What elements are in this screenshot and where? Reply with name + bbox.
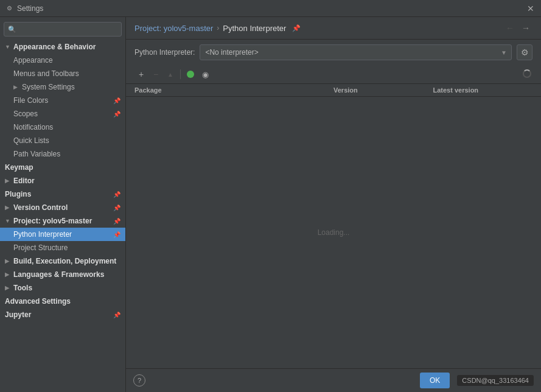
footer-actions: OK CSDN@qq_33163464 xyxy=(420,373,534,388)
sidebar-item-label: Python Interpreter xyxy=(13,230,72,239)
sidebar-item-file-colors[interactable]: File Colors 📌 xyxy=(0,94,125,107)
pin-icon: 📌 xyxy=(113,191,120,198)
sidebar-item-label: System Settings xyxy=(22,83,75,91)
remove-package-button[interactable]: − xyxy=(149,68,162,81)
pin-icon: 📌 xyxy=(113,312,120,318)
chevron-right-icon: ▶ xyxy=(13,84,19,90)
sidebar-item-label: Notifications xyxy=(13,123,53,131)
interpreter-row: Python Interpreter: <No interpreter> ▼ ⚙ xyxy=(126,40,541,65)
sidebar-item-label: Version Control xyxy=(13,203,68,212)
sidebar-item-menus-toolbars[interactable]: Menus and Toolbars xyxy=(0,67,125,80)
sidebar-item-project-structure[interactable]: Project Structure xyxy=(0,241,125,254)
packages-table-header: Package Version Latest version xyxy=(126,84,541,97)
sidebar-item-advanced-settings[interactable]: Advanced Settings xyxy=(0,295,125,308)
green-circle-icon xyxy=(187,71,194,78)
up-package-button[interactable]: ▲ xyxy=(164,68,177,81)
chevron-right-icon: ▶ xyxy=(5,271,11,278)
sidebar-item-appearance-behavior[interactable]: ▼ Appearance & Behavior xyxy=(0,40,125,54)
chevron-right-icon: ▶ xyxy=(5,258,11,264)
column-header-version: Version xyxy=(333,86,433,94)
sidebar-item-label: Languages & Frameworks xyxy=(13,270,104,279)
sidebar-item-label: Quick Lists xyxy=(13,136,49,145)
chevron-down-icon: ▼ xyxy=(5,44,11,50)
breadcrumb-separator: › xyxy=(217,24,219,32)
breadcrumb-project[interactable]: Project: yolov5-master xyxy=(134,24,213,33)
search-box[interactable]: 🔍 xyxy=(4,22,122,37)
column-header-package: Package xyxy=(134,86,333,94)
chevron-right-icon: ▶ xyxy=(5,178,11,184)
interpreter-gear-button[interactable]: ⚙ xyxy=(517,44,532,60)
ok-button[interactable]: OK xyxy=(420,373,450,388)
sidebar-item-build-exec-deploy[interactable]: ▶ Build, Execution, Deployment xyxy=(0,254,125,268)
column-header-latest-version: Latest version xyxy=(433,86,533,94)
sidebar-item-label: Plugins xyxy=(5,190,31,198)
sidebar-item-label: Menus and Toolbars xyxy=(13,69,79,78)
pin-icon[interactable]: 📌 xyxy=(292,24,301,32)
sidebar-item-languages-frameworks[interactable]: ▶ Languages & Frameworks xyxy=(0,268,125,281)
interpreter-label: Python Interpreter: xyxy=(134,48,195,57)
window-title: Settings xyxy=(17,4,525,13)
sidebar-item-label: Path Variables xyxy=(13,150,60,158)
sidebar-item-scopes[interactable]: Scopes 📌 xyxy=(0,107,125,121)
sidebar: 🔍 ▼ Appearance & Behavior Appearance Men… xyxy=(0,17,126,392)
pin-icon: 📌 xyxy=(113,205,120,211)
sidebar-item-label: Project Structure xyxy=(13,243,68,252)
add-package-button[interactable]: + xyxy=(134,68,148,81)
sidebar-item-notifications[interactable]: Notifications xyxy=(0,121,125,134)
sidebar-item-jupyter[interactable]: Jupyter 📌 xyxy=(0,308,125,321)
sidebar-item-label: File Colors xyxy=(13,96,48,105)
sidebar-item-quick-lists[interactable]: Quick Lists xyxy=(0,134,125,147)
eye-icon: ◉ xyxy=(202,70,209,79)
help-button[interactable]: ? xyxy=(133,374,145,387)
sidebar-item-label: Appearance & Behavior xyxy=(13,43,96,51)
footer-bar: ? OK CSDN@qq_33163464 xyxy=(126,368,541,392)
nav-back-button[interactable]: ← xyxy=(503,22,517,34)
toolbar-separator xyxy=(180,69,181,79)
sidebar-item-editor[interactable]: ▶ Editor xyxy=(0,174,125,187)
interpreter-select-wrapper[interactable]: <No interpreter> ▼ xyxy=(200,44,512,60)
sidebar-item-label: Advanced Settings xyxy=(5,297,71,306)
sidebar-item-version-control[interactable]: ▶ Version Control 📌 xyxy=(0,201,125,214)
breadcrumb-current: Python Interpreter xyxy=(223,24,286,33)
chevron-right-icon: ▶ xyxy=(5,205,11,211)
sidebar-item-keymap[interactable]: Keymap xyxy=(0,161,125,174)
chevron-down-icon: ▼ xyxy=(5,218,11,224)
pin-icon: 📌 xyxy=(113,111,120,117)
pin-icon: 📌 xyxy=(113,218,120,225)
search-input[interactable] xyxy=(19,25,117,33)
loading-spinner xyxy=(523,69,531,78)
sidebar-item-project-yolov5[interactable]: ▼ Project: yolov5-master 📌 xyxy=(0,214,125,228)
sidebar-item-label: Keymap xyxy=(5,163,33,172)
status-indicator-button[interactable] xyxy=(184,68,197,81)
search-icon: 🔍 xyxy=(8,26,16,33)
packages-toolbar: + − ▲ ◉ xyxy=(126,65,541,84)
pin-icon: 📌 xyxy=(113,231,120,238)
interpreter-select[interactable]: <No interpreter> xyxy=(200,44,512,60)
chevron-right-icon: ▶ xyxy=(5,285,11,291)
csdn-badge: CSDN@qq_33163464 xyxy=(457,375,534,386)
content-area: 🔍 ▼ Appearance & Behavior Appearance Men… xyxy=(0,17,541,392)
settings-window: ⚙ Settings ✕ 🔍 ▼ Appearance & Behavior A… xyxy=(0,0,541,392)
sidebar-item-label: Jupyter xyxy=(5,310,31,319)
sidebar-item-label: Tools xyxy=(13,284,32,292)
sidebar-item-python-interpreter[interactable]: Python Interpreter 📌 xyxy=(0,228,125,241)
sidebar-item-system-settings[interactable]: ▶ System Settings xyxy=(0,80,125,94)
up-arrow-icon: ▲ xyxy=(167,71,173,78)
sidebar-item-label: Scopes xyxy=(13,110,38,118)
sidebar-item-appearance[interactable]: Appearance xyxy=(0,54,125,67)
nav-forward-button[interactable]: → xyxy=(519,22,532,34)
sidebar-item-tools[interactable]: ▶ Tools xyxy=(0,281,125,295)
sidebar-item-label: Build, Execution, Deployment xyxy=(13,257,116,265)
close-button[interactable]: ✕ xyxy=(525,3,536,14)
sidebar-item-path-variables[interactable]: Path Variables xyxy=(0,147,125,161)
settings-icon: ⚙ xyxy=(5,4,13,13)
sidebar-item-label: Editor xyxy=(13,177,35,185)
sidebar-item-label: Project: yolov5-master xyxy=(13,217,92,225)
eye-button[interactable]: ◉ xyxy=(198,68,212,81)
title-bar: ⚙ Settings ✕ xyxy=(0,0,541,17)
loading-spinner-container xyxy=(523,69,532,79)
sidebar-item-plugins[interactable]: Plugins 📌 xyxy=(0,187,125,201)
pin-icon: 📌 xyxy=(113,97,120,104)
gear-icon: ⚙ xyxy=(521,47,529,57)
breadcrumb-bar: Project: yolov5-master › Python Interpre… xyxy=(126,17,541,40)
